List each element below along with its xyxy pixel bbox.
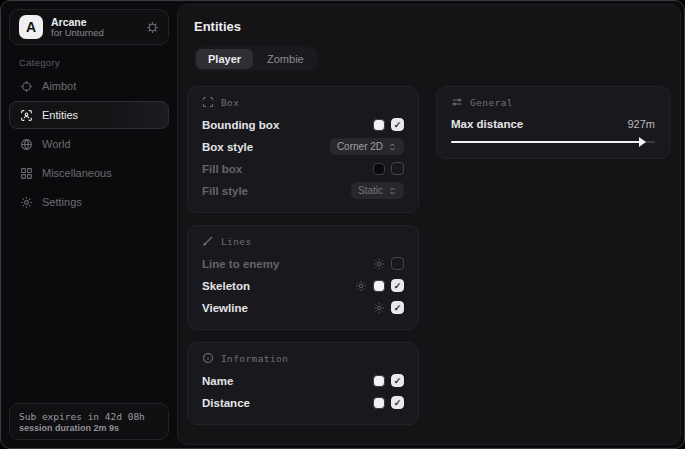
information-section-card: Information Name Distance	[187, 342, 419, 425]
bounding-box-row: Bounding box	[202, 114, 404, 135]
sidebar-item-label: Aimbot	[42, 80, 76, 92]
app-logo-card: A Arcane for Unturned	[9, 9, 169, 45]
skeleton-settings-gear-icon[interactable]	[355, 280, 367, 292]
viewline-row: Viewline	[202, 297, 404, 318]
max-distance-label: Max distance	[451, 118, 627, 130]
name-row: Name	[202, 370, 404, 391]
tab-player[interactable]: Player	[196, 49, 253, 69]
fill-box-color-swatch[interactable]	[373, 163, 385, 175]
general-section-card: General Max distance 927m	[436, 86, 670, 159]
app-settings-gear-icon[interactable]	[146, 21, 159, 34]
arcane-window: A Arcane for Unturned Category Aimbot	[0, 0, 685, 449]
distance-color-swatch[interactable]	[373, 397, 385, 409]
sidebar-item-label: Settings	[42, 196, 82, 208]
row-label: Viewline	[202, 302, 373, 314]
section-header: Box	[221, 97, 239, 108]
row-label: Skeleton	[202, 280, 355, 292]
sidebar-item-label: Miscellaneous	[42, 167, 112, 179]
subscription-card: Sub expires in 42d 08h session duration …	[9, 403, 169, 440]
fill-box-row: Fill box	[202, 158, 404, 179]
sidebar-item-entities[interactable]: Entities	[9, 101, 169, 129]
line-to-enemy-checkbox[interactable]	[391, 257, 404, 270]
skeleton-row: Skeleton	[202, 275, 404, 296]
distance-checkbox[interactable]	[391, 396, 404, 409]
section-header: General	[470, 97, 513, 108]
box-style-dropdown[interactable]: Corner 2D	[330, 138, 404, 155]
row-label: Box style	[202, 141, 330, 153]
skeleton-color-swatch[interactable]	[373, 280, 385, 292]
viewline-settings-gear-icon[interactable]	[373, 302, 385, 314]
fill-style-dropdown[interactable]: Static	[351, 182, 404, 199]
fill-style-row: Fill style Static	[202, 180, 404, 201]
sidebar-item-label: Entities	[42, 109, 78, 121]
session-duration-text: session duration 2m 9s	[19, 423, 159, 433]
grid-icon	[20, 167, 33, 180]
sidebar-nav: Aimbot Entities World Miscellaneous	[9, 72, 169, 216]
sidebar: A Arcane for Unturned Category Aimbot	[1, 1, 177, 448]
sidebar-item-miscellaneous[interactable]: Miscellaneous	[9, 159, 169, 187]
person-scan-icon	[20, 109, 33, 122]
box-section-card: Box Bounding box Box style Corne	[187, 86, 419, 213]
page-title: Entities	[194, 19, 664, 34]
globe-icon	[20, 138, 33, 151]
chevron-up-down-icon	[388, 142, 397, 152]
main-panel: Entities Player Zombie Box Bounding box	[177, 4, 681, 445]
row-label: Line to enemy	[202, 258, 373, 270]
crosshair-icon	[20, 80, 33, 93]
name-checkbox[interactable]	[391, 374, 404, 387]
row-label: Distance	[202, 397, 373, 409]
skeleton-checkbox[interactable]	[391, 279, 404, 292]
row-label: Fill box	[202, 163, 373, 175]
tab-zombie[interactable]: Zombie	[255, 49, 316, 69]
gear-icon	[20, 196, 33, 209]
app-subtitle: for Unturned	[51, 28, 138, 39]
sidebar-item-aimbot[interactable]: Aimbot	[9, 72, 169, 100]
sidebar-item-settings[interactable]: Settings	[9, 188, 169, 216]
viewline-checkbox[interactable]	[391, 301, 404, 314]
fill-box-checkbox[interactable]	[391, 162, 404, 175]
chevron-up-down-icon	[388, 186, 397, 196]
bounding-box-checkbox[interactable]	[391, 118, 404, 131]
slider-thumb-arrow-icon[interactable]	[639, 137, 646, 147]
entity-type-tabs: Player Zombie	[194, 47, 318, 71]
max-distance-slider[interactable]	[451, 137, 655, 147]
box-style-row: Box style Corner 2D	[202, 136, 404, 157]
section-header: Information	[221, 353, 288, 364]
diagonal-line-icon	[202, 235, 214, 247]
row-label: Name	[202, 375, 373, 387]
line-to-enemy-settings-gear-icon[interactable]	[373, 258, 385, 270]
sliders-icon	[451, 96, 463, 108]
line-to-enemy-row: Line to enemy	[202, 253, 404, 274]
row-label: Bounding box	[202, 119, 373, 131]
row-label: Fill style	[202, 185, 351, 197]
bounding-box-color-swatch[interactable]	[373, 119, 385, 131]
sidebar-item-world[interactable]: World	[9, 130, 169, 158]
sidebar-item-label: World	[42, 138, 71, 150]
app-logo: A	[19, 15, 43, 39]
distance-row: Distance	[202, 392, 404, 413]
viewfinder-icon	[202, 96, 214, 108]
dropdown-value: Corner 2D	[337, 141, 383, 152]
name-color-swatch[interactable]	[373, 375, 385, 387]
lines-section-card: Lines Line to enemy Skeleton	[187, 225, 419, 330]
sub-expires-text: Sub expires in 42d 08h	[19, 411, 159, 422]
section-header: Lines	[221, 236, 252, 247]
info-icon	[202, 352, 214, 364]
dropdown-value: Static	[358, 185, 383, 196]
max-distance-value: 927m	[627, 118, 655, 130]
category-label: Category	[19, 57, 60, 68]
max-distance-slider-fill	[451, 141, 641, 143]
app-title: Arcane	[51, 16, 138, 28]
